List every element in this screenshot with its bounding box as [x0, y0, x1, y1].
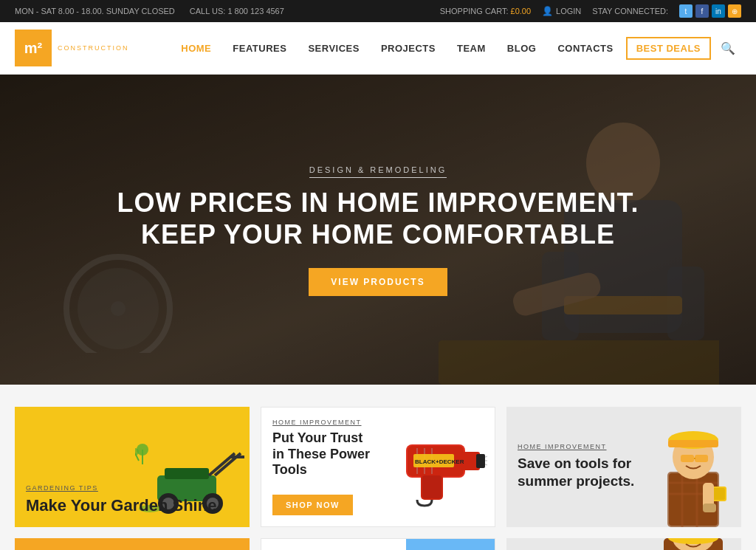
- nav-features[interactable]: FEATURES: [224, 37, 295, 60]
- nav-home[interactable]: HOME: [172, 37, 220, 60]
- svg-point-21: [137, 444, 148, 456]
- svg-rect-27: [476, 454, 485, 468]
- svg-line-12: [209, 453, 235, 475]
- svg-rect-32: [422, 475, 441, 498]
- logo-subtitle: CONSTRUCTION: [58, 44, 129, 52]
- svg-text:BLACK+DECKER: BLACK+DECKER: [415, 458, 464, 465]
- rss-icon[interactable]: ⊕: [728, 4, 741, 18]
- card-gardening: GARDENING TIPS Make Your Garden Shine: [15, 407, 250, 527]
- top-bar: MON - SAT 8.00 - 18.00. SUNDAY CLOSED CA…: [0, 0, 756, 22]
- svg-rect-45: [695, 455, 708, 462]
- facebook-icon[interactable]: f: [695, 4, 709, 18]
- card-gardening-category: GARDENING TIPS: [26, 484, 238, 492]
- hero-section: DESIGN & REMODELING LOW PRICES IN HOME I…: [0, 75, 756, 385]
- svg-rect-61: [406, 538, 495, 550]
- card-summer-title: Save on tools for summer projects.: [518, 455, 653, 491]
- card-summer: HOME IMPROVEMENT Save on tools for summe…: [506, 407, 741, 527]
- main-nav: HOME FEATURES SERVICES PROJECTS TEAM BLO…: [172, 35, 741, 61]
- social-icons: t f in ⊕: [679, 4, 741, 18]
- svg-rect-44: [681, 455, 694, 462]
- top-bar-left: MON - SAT 8.00 - 18.00. SUNDAY CLOSED CA…: [15, 7, 284, 16]
- nav-blog[interactable]: BLOG: [498, 37, 546, 60]
- nav-projects[interactable]: PROJECTS: [372, 37, 444, 60]
- linkedin-icon[interactable]: in: [712, 4, 725, 18]
- header: m² CONSTRUCTION HOME FEATURES SERVICES P…: [0, 22, 756, 75]
- logo-m2-text: m²: [24, 40, 42, 57]
- hero-title: LOW PRICES IN HOME IMPROVEMENT. KEEP YOU…: [117, 187, 639, 250]
- cart-link[interactable]: SHOPPING CART: £0.00: [440, 7, 531, 16]
- card-powertools-content: HOME IMPROVEMENT Put Your Trust in These…: [272, 419, 377, 515]
- phone-number: CALL US: 1 800 123 4567: [190, 7, 284, 16]
- svg-rect-50: [703, 503, 716, 512]
- top-bar-right: SHOPPING CART: £0.00 👤 LOGIN STAY CONNEC…: [440, 4, 741, 18]
- logo[interactable]: m² CONSTRUCTION: [15, 30, 129, 66]
- svg-rect-11: [165, 468, 209, 479]
- cards-section: GARDENING TIPS Make Your Garden Shine: [0, 385, 756, 550]
- card-powertools: HOME IMPROVEMENT Put Your Trust in These…: [261, 407, 495, 527]
- card-gardening-content: GARDENING TIPS Make Your Garden Shine: [26, 484, 238, 515]
- nav-contacts[interactable]: CONTACTS: [549, 37, 622, 60]
- logo-box: m²: [15, 30, 52, 66]
- card-gardening-title: Make Your Garden Shine: [26, 496, 238, 515]
- card-powertools-category: HOME IMPROVEMENT: [272, 419, 377, 426]
- cart-amount: £0.00: [511, 7, 532, 16]
- worker2-image: [645, 538, 741, 550]
- card-powertools-btn[interactable]: SHOP NOW: [272, 495, 353, 515]
- search-icon[interactable]: 🔍: [715, 35, 741, 61]
- hero-cta-button[interactable]: VIEW PRODUCTS: [309, 268, 447, 296]
- hero-content: DESIGN & REMODELING LOW PRICES IN HOME I…: [117, 163, 639, 296]
- card-summer-category: HOME IMPROVEMENT: [518, 443, 653, 450]
- cart-label: SHOPPING CART:: [440, 7, 509, 16]
- card-summer-content: HOME IMPROVEMENT Save on tools for summe…: [518, 443, 653, 491]
- card-summer2: HOME IMPROVEMENT Save on tools for summe…: [506, 538, 741, 550]
- nav-services[interactable]: SERVICES: [299, 37, 368, 60]
- card-powertools-title: Put Your Trust in These Power Tools: [272, 430, 377, 478]
- powertool2-image: BLACK+DECKER: [150, 538, 246, 550]
- twitter-icon[interactable]: t: [679, 4, 693, 18]
- nav-best-deals[interactable]: BEST DEALS: [626, 37, 711, 60]
- card-painting: RENOVATION Tips For Painting A Room: [261, 538, 495, 550]
- business-hours: MON - SAT 8.00 - 18.00. SUNDAY CLOSED: [15, 7, 175, 16]
- cards-row1: GARDENING TIPS Make Your Garden Shine: [15, 407, 741, 527]
- login-link[interactable]: 👤 LOGIN: [542, 6, 581, 16]
- card-save-home: HOME IMPROVEMENT Save more on Home Impro…: [15, 538, 250, 550]
- cards-row2: HOME IMPROVEMENT Save more on Home Impro…: [15, 538, 741, 550]
- svg-rect-43: [668, 440, 718, 447]
- nav-team[interactable]: TEAM: [448, 37, 495, 60]
- painting-image: [406, 538, 495, 550]
- worker-image: [645, 424, 741, 527]
- heat-gun-image: BLACK+DECKER: [391, 426, 487, 507]
- stay-connected-label: STAY CONNECTED:: [592, 7, 668, 16]
- hero-subtitle: DESIGN & REMODELING: [309, 165, 447, 178]
